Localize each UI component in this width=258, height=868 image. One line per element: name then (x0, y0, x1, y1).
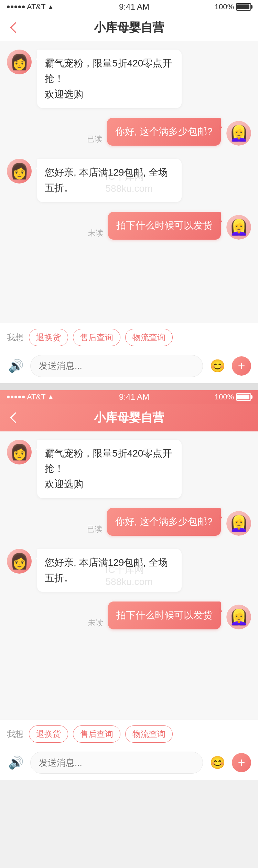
plus-button-2[interactable]: + (232, 753, 251, 772)
back-arrow-icon-2 (10, 412, 21, 423)
user-avatar-4: 👩 (226, 605, 251, 629)
seller-avatar-face-1 (7, 50, 32, 74)
message-2-4: 未读 拍下什么时候可以发货 👩 (88, 602, 251, 629)
bubble-left-1: 霸气宠粉，限量5折420零点开抢！ 欢迎选购 (37, 50, 182, 108)
battery-icon-1 (236, 3, 251, 11)
signal-dot (14, 396, 17, 398)
page-title-2: 小库母婴自营 (94, 410, 164, 426)
status-time-1: 9:41 AM (119, 2, 149, 12)
voice-icon-2: 🔊 (8, 755, 24, 770)
msg-text-3: 您好亲, 本店满129包邮, 全场五折。 (45, 167, 168, 193)
bubble-right-2: 拍下什么时候可以发货 (108, 212, 221, 240)
chip-aftersale-2[interactable]: 售后查询 (73, 725, 120, 743)
status-time-2: 9:41 AM (119, 392, 149, 402)
bubble-right-4: 拍下什么时候可以发货 (108, 602, 221, 629)
status-right-2: 100% (215, 393, 251, 401)
back-button-2[interactable] (7, 409, 24, 426)
msg-text-8: 拍下什么时候可以发货 (116, 610, 213, 620)
user-avatar-face-2: 👩 (226, 215, 251, 240)
carrier-label-2: AT&T (27, 393, 46, 401)
msg-text-2: 你好, 这个满多少包邮? (115, 126, 213, 137)
seller-avatar-face-3 (7, 440, 32, 464)
bubble-left-2: 您好亲, 本店满129包邮, 全场五折。 (37, 159, 182, 202)
chip-logistics-1[interactable]: 物流查询 (125, 329, 173, 346)
battery-pct-1: 100% (215, 2, 234, 11)
status-right-1: 100% (215, 2, 251, 11)
signal-dot (22, 6, 25, 8)
screen-divider (0, 383, 258, 390)
seller-avatar-2 (7, 159, 32, 184)
status-bar-2: AT&T ▲ 9:41 AM 100% (0, 390, 258, 404)
plus-icon-2: + (238, 756, 245, 769)
chip-exchange-1[interactable]: 退换货 (29, 329, 68, 346)
chip-exchange-2[interactable]: 退换货 (29, 725, 68, 743)
signal-dots-2 (7, 396, 25, 398)
signal-dot (11, 6, 13, 8)
seller-avatar-3 (7, 440, 32, 464)
quick-label-1: 我想 (7, 332, 23, 343)
emoji-button-2[interactable]: 😊 (208, 754, 226, 772)
msg-text-7: 您好亲, 本店满129包邮, 全场五折。 (45, 557, 168, 583)
quick-bar-2: 我想 退换货 售后查询 物流查询 (0, 720, 258, 747)
msg-text-5: 霸气宠粉，限量5折420零点开抢！ 欢迎选购 (45, 448, 172, 490)
signal-dot (22, 396, 25, 398)
read-status-1: 已读 (87, 134, 102, 144)
screen2: AT&T ▲ 9:41 AM 100% 小库母婴自营 IC千库网588ku.co… (0, 390, 258, 780)
msg-text-4: 拍下什么时候可以发货 (116, 220, 213, 231)
user-avatar-3: 👩 (226, 511, 251, 536)
msg-text-1: 霸气宠粉，限量5折420零点开抢！ 欢迎选购 (45, 58, 172, 100)
carrier-label: AT&T (27, 2, 46, 11)
voice-button-1[interactable]: 🔊 (7, 357, 25, 375)
signal-dot (18, 396, 21, 398)
status-bar-1: AT&T ▲ 9:41 AM 100% (0, 0, 258, 14)
back-arrow-icon-1 (10, 22, 21, 33)
page-title-1: 小库母婴自营 (94, 20, 164, 35)
seller-avatar-4 (7, 549, 32, 574)
signal-dot (18, 6, 21, 8)
user-avatar-2: 👩 (226, 215, 251, 240)
signal-dot (7, 396, 10, 398)
bubble-left-4: 您好亲, 本店满129包邮, 全场五折。 (37, 549, 182, 592)
bubble-right-3: 你好, 这个满多少包邮? (107, 508, 221, 536)
status-left-2: AT&T ▲ (7, 393, 54, 401)
quick-chips-1: 退换货 售后查询 物流查询 (29, 329, 173, 346)
message-input-2[interactable] (30, 752, 203, 774)
battery-icon-2 (236, 393, 251, 401)
chat-area-2: IC千库网588ku.com 霸气宠粉，限量5折420零点开抢！ 欢迎选购 已读… (0, 431, 258, 720)
seller-avatar-1 (7, 50, 32, 74)
bubble-left-3: 霸气宠粉，限量5折420零点开抢！ 欢迎选购 (37, 440, 182, 498)
signal-dot (14, 6, 17, 8)
quick-label-2: 我想 (7, 729, 23, 740)
voice-icon-1: 🔊 (8, 359, 24, 373)
emoji-button-1[interactable]: 😊 (208, 357, 226, 375)
read-status-2: 未读 (88, 228, 103, 238)
message-1: 霸气宠粉，限量5折420零点开抢！ 欢迎选购 (7, 50, 251, 108)
plus-button-1[interactable]: + (232, 356, 251, 376)
message-input-1[interactable] (30, 355, 203, 377)
message-2-2: 已读 你好, 这个满多少包邮? 👩 (87, 508, 251, 536)
status-left-1: AT&T ▲ (7, 2, 54, 11)
user-avatar-face-1: 👩 (226, 121, 251, 146)
header-2: 小库母婴自营 (0, 404, 258, 431)
header-1: 小库母婴自营 (0, 14, 258, 41)
quick-bar-1: 我想 退换货 售后查询 物流查询 (0, 323, 258, 350)
signal-dot (7, 6, 10, 8)
user-avatar-face-3: 👩 (226, 511, 251, 536)
screen1: AT&T ▲ 9:41 AM 100% 小库母婴自营 IC千库网588ku.co… (0, 0, 258, 383)
chip-logistics-2[interactable]: 物流查询 (125, 725, 173, 743)
voice-button-2[interactable]: 🔊 (7, 754, 25, 772)
seller-avatar-face-2 (7, 159, 32, 184)
signal-dot (11, 396, 13, 398)
read-status-3: 已读 (87, 524, 102, 534)
plus-icon-1: + (238, 360, 245, 372)
bubble-right-1: 你好, 这个满多少包邮? (107, 118, 221, 146)
chip-aftersale-1[interactable]: 售后查询 (73, 329, 120, 346)
user-avatar-1: 👩 (226, 121, 251, 146)
battery-fill-1 (237, 4, 249, 9)
chat-area-1: IC千库网588ku.com 霸气宠粉，限量5折420零点开抢！ 欢迎选购 已读… (0, 41, 258, 323)
seller-avatar-face-4 (7, 549, 32, 574)
wifi-icon-2: ▲ (48, 393, 54, 400)
message-2-1: 霸气宠粉，限量5折420零点开抢！ 欢迎选购 (7, 440, 251, 498)
back-button-1[interactable] (7, 19, 24, 36)
input-bar-1: 🔊 😊 + (0, 350, 258, 383)
